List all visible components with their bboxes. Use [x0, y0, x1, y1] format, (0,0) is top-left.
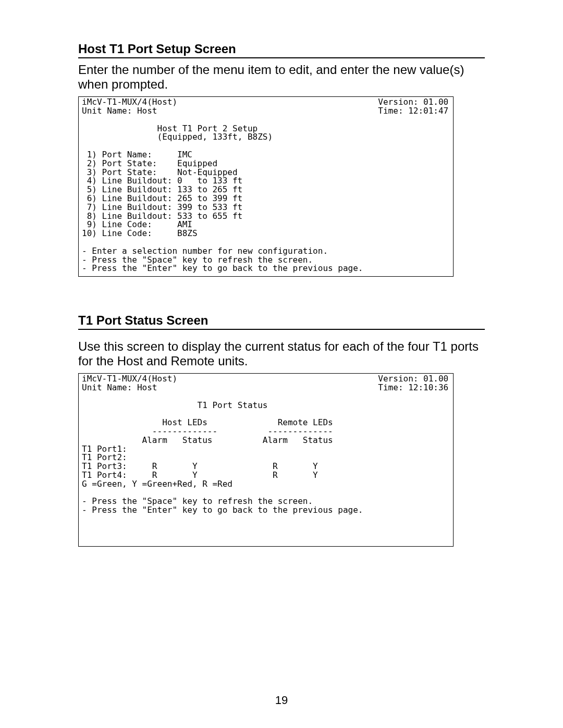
t1-port-status-terminal: iMcV-T1-MUX/4(Host) Version: 01.00 Unit …	[78, 373, 454, 547]
t2-legend: G =Green, Y =Green+Red, R =Red	[82, 479, 232, 489]
t2-header-right-2: Time: 12:10:36	[378, 382, 448, 392]
t1-header-right-2: Time: 12:01:47	[378, 106, 448, 116]
section2-intro: Use this screen to display the current s…	[78, 339, 485, 368]
t2-foot-2: - Press the "Enter" key to go back to th…	[82, 505, 363, 515]
t1-title-2: (Equipped, 133ft, B8ZS)	[157, 132, 273, 142]
host-t1-port-setup-terminal: iMcV-T1-MUX/4(Host) Version: 01.00 Unit …	[78, 96, 454, 277]
page-number: 19	[0, 694, 563, 707]
t1-header-left-2: Unit Name: Host	[82, 106, 157, 116]
section1-intro: Enter the number of the menu item to edi…	[78, 63, 485, 91]
section1: Host T1 Port Setup Screen	[78, 42, 485, 58]
t1-foot-3: - Press the "Enter" key to go back to th…	[82, 263, 363, 273]
t2-title: T1 Port Status	[198, 400, 268, 410]
t1-item-10: 10) Line Code: B8ZS	[82, 228, 198, 238]
page: Host T1 Port Setup Screen Enter the numb…	[0, 0, 563, 728]
section1-heading: Host T1 Port Setup Screen	[78, 42, 485, 56]
section2: T1 Port Status Screen	[78, 313, 485, 330]
section2-heading: T1 Port Status Screen	[78, 313, 485, 328]
t2-header-left-2: Unit Name: Host	[82, 382, 157, 392]
